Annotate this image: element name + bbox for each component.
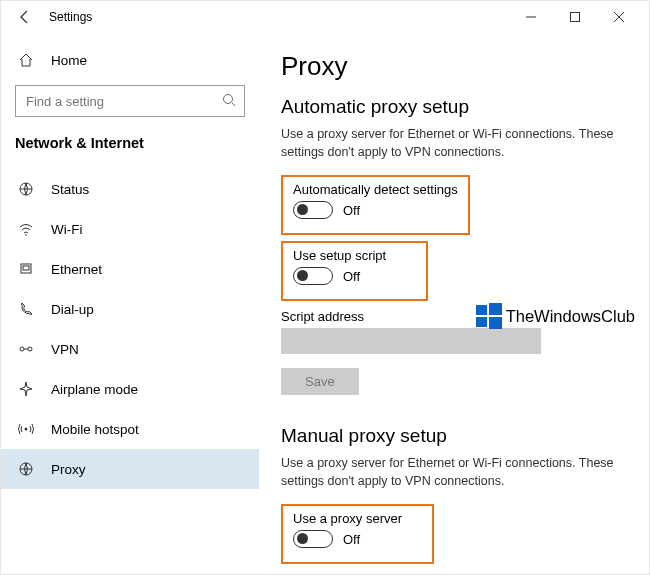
sidebar-item-label: Ethernet (51, 262, 102, 277)
address-label: Address (281, 572, 431, 574)
close-button[interactable] (597, 1, 641, 33)
svg-point-6 (25, 234, 27, 236)
svg-point-9 (20, 347, 24, 351)
svg-point-2 (224, 95, 233, 104)
sidebar-item-hotspot[interactable]: Mobile hotspot (1, 409, 259, 449)
search-input[interactable] (15, 85, 245, 117)
sidebar-item-label: VPN (51, 342, 79, 357)
auto-section-title: Automatic proxy setup (281, 96, 627, 118)
script-address-input[interactable] (281, 328, 541, 354)
save-button[interactable]: Save (281, 368, 359, 395)
script-label: Use setup script (293, 248, 386, 263)
status-icon (15, 181, 37, 197)
sidebar-item-label: Proxy (51, 462, 86, 477)
ethernet-icon (15, 261, 37, 277)
script-state: Off (343, 269, 360, 284)
proxy-icon (15, 461, 37, 477)
sidebar-home-label: Home (51, 53, 87, 68)
svg-point-12 (25, 428, 28, 431)
main-panel: Proxy Automatic proxy setup Use a proxy … (259, 33, 649, 574)
wifi-icon (15, 221, 37, 237)
page-title: Proxy (281, 51, 627, 82)
maximize-button[interactable] (553, 1, 597, 33)
sidebar-item-status[interactable]: Status (1, 169, 259, 209)
window-controls (509, 1, 641, 33)
highlight-2: Use setup script Off (281, 241, 428, 301)
svg-rect-8 (23, 266, 29, 270)
use-proxy-state: Off (343, 532, 360, 547)
svg-line-3 (232, 103, 235, 106)
dialup-icon (15, 301, 37, 317)
svg-point-10 (28, 347, 32, 351)
sidebar-item-label: Wi-Fi (51, 222, 82, 237)
sidebar-search (15, 85, 245, 117)
sidebar-category: Network & Internet (1, 127, 259, 165)
sidebar-item-dialup[interactable]: Dial-up (1, 289, 259, 329)
highlight-1: Automatically detect settings Off (281, 175, 470, 235)
port-label: Port (471, 572, 571, 574)
manual-section-desc: Use a proxy server for Ethernet or Wi-Fi… (281, 455, 627, 490)
manual-section-title: Manual proxy setup (281, 425, 627, 447)
sidebar: Home Network & Internet Status Wi-Fi Eth… (1, 33, 259, 574)
use-proxy-toggle[interactable] (293, 530, 333, 548)
sidebar-item-ethernet[interactable]: Ethernet (1, 249, 259, 289)
sidebar-item-label: Status (51, 182, 89, 197)
hotspot-icon (15, 421, 37, 437)
sidebar-item-vpn[interactable]: VPN (1, 329, 259, 369)
title-bar: Settings (1, 1, 649, 33)
sidebar-item-label: Dial-up (51, 302, 94, 317)
back-button[interactable] (9, 1, 41, 33)
home-icon (15, 52, 37, 68)
detect-state: Off (343, 203, 360, 218)
sidebar-item-airplane[interactable]: Airplane mode (1, 369, 259, 409)
sidebar-home[interactable]: Home (1, 41, 259, 79)
sidebar-item-wifi[interactable]: Wi-Fi (1, 209, 259, 249)
vpn-icon (15, 341, 37, 357)
sidebar-item-label: Mobile hotspot (51, 422, 139, 437)
highlight-3: Use a proxy server Off (281, 504, 434, 564)
script-address-label: Script address (281, 309, 627, 324)
detect-label: Automatically detect settings (293, 182, 458, 197)
minimize-button[interactable] (509, 1, 553, 33)
script-toggle[interactable] (293, 267, 333, 285)
search-icon (221, 92, 237, 108)
sidebar-item-label: Airplane mode (51, 382, 138, 397)
use-proxy-label: Use a proxy server (293, 511, 402, 526)
detect-toggle[interactable] (293, 201, 333, 219)
sidebar-item-proxy[interactable]: Proxy (1, 449, 259, 489)
airplane-icon (15, 381, 37, 397)
window-title: Settings (49, 10, 92, 24)
svg-rect-1 (571, 13, 580, 22)
sidebar-nav: Status Wi-Fi Ethernet Dial-up VPN Airpla… (1, 169, 259, 489)
auto-section-desc: Use a proxy server for Ethernet or Wi-Fi… (281, 126, 627, 161)
